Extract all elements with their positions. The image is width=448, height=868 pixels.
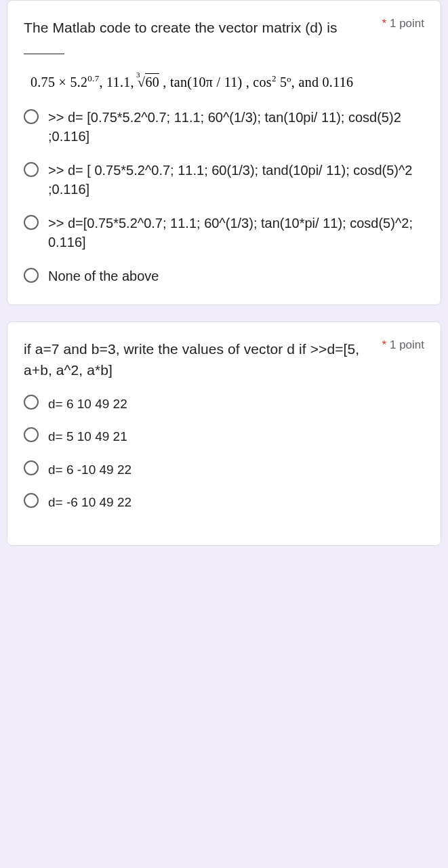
- q2-line3: a^2, a*b]: [56, 362, 113, 378]
- option-text: >> d= [ 0.75*5.2^0.7; 11.1; 60(1/3); tan…: [48, 161, 424, 199]
- option-text: >> d= [0.75*5.2^0.7; 11.1; 60^(1/3); tan…: [48, 108, 424, 146]
- option-3[interactable]: >> d=[0.75*5.2^0.7; 11.1; 60^(1/3); tan(…: [24, 214, 424, 252]
- option-text: d= -6 10 49 22: [48, 493, 131, 513]
- option-text: d= 6 10 49 22: [48, 395, 127, 414]
- option-text: d= 6 -10 49 22: [48, 460, 131, 480]
- question-card-1: The Matlab code to create the vector mat…: [7, 0, 441, 305]
- question-text: The Matlab code to create the vector mat…: [24, 17, 371, 60]
- radio-icon: [24, 109, 39, 124]
- option-1[interactable]: d= 6 10 49 22: [24, 395, 424, 414]
- question-header: if a=7 and b=3, write the values of vect…: [24, 338, 424, 381]
- question-header: The Matlab code to create the vector mat…: [24, 17, 424, 60]
- question-text: if a=7 and b=3, write the values of vect…: [24, 338, 371, 381]
- question-card-2: if a=7 and b=3, write the values of vect…: [7, 321, 441, 546]
- option-2[interactable]: >> d= [ 0.75*5.2^0.7; 11.1; 60(1/3); tan…: [24, 161, 424, 199]
- points-value: 1 point: [390, 338, 424, 351]
- option-text: None of the above: [48, 267, 159, 285]
- option-4[interactable]: None of the above: [24, 267, 424, 285]
- option-3[interactable]: d= 6 -10 49 22: [24, 460, 424, 480]
- points-label: * 1 point: [382, 338, 424, 352]
- points-label: * 1 point: [382, 17, 424, 31]
- option-1[interactable]: >> d= [0.75*5.2^0.7; 11.1; 60^(1/3); tan…: [24, 108, 424, 146]
- q2-line1: if a=7 and b=3, write the values: [24, 341, 224, 357]
- option-text: d= 5 10 49 21: [48, 427, 127, 447]
- radio-icon: [24, 268, 39, 283]
- option-4[interactable]: d= -6 10 49 22: [24, 493, 424, 513]
- blank-line: [24, 54, 64, 54]
- formula-display: 0.75 × 5.20.7, 11.1, 3√60 , tan(10π / 11…: [30, 73, 424, 90]
- q1-line1: The Matlab code to create the: [24, 20, 215, 35]
- radio-icon: [24, 460, 39, 475]
- radio-icon: [24, 427, 39, 442]
- radio-icon: [24, 162, 39, 177]
- required-asterisk: *: [382, 338, 387, 351]
- option-2[interactable]: d= 5 10 49 21: [24, 427, 424, 447]
- required-asterisk: *: [382, 17, 387, 30]
- radio-icon: [24, 215, 39, 230]
- option-text: >> d=[0.75*5.2^0.7; 11.1; 60^(1/3); tan(…: [48, 214, 424, 252]
- points-value: 1 point: [390, 17, 424, 30]
- radio-icon: [24, 493, 39, 508]
- radio-icon: [24, 395, 39, 410]
